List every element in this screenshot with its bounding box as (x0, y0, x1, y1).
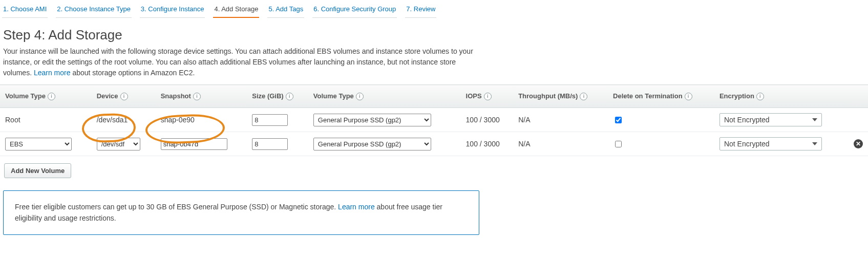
page-title: Step 4: Add Storage (3, 27, 868, 43)
info-icon[interactable]: i (484, 93, 492, 100)
remove-volume-button[interactable]: ✕ (854, 139, 863, 148)
row-device: /dev/sda1 (92, 108, 156, 132)
size-input[interactable] (252, 114, 288, 126)
desc-text-2: about storage options in Amazon EC2. (71, 69, 195, 77)
storage-table: Volume Typei Devicei Snapshoti Size (GiB… (0, 84, 868, 156)
ebs-type-select[interactable]: EBS (5, 138, 72, 150)
info-icon[interactable]: i (580, 93, 587, 100)
caret-down-icon (812, 142, 817, 145)
info-icon[interactable]: i (356, 93, 364, 100)
info-icon[interactable]: i (685, 93, 692, 100)
device-select[interactable]: /dev/sdf (97, 138, 140, 150)
encryption-select[interactable]: Not Encrypted (719, 137, 822, 150)
tab-add-storage[interactable]: 4. Add Storage (213, 3, 259, 18)
tab-choose-instance-type[interactable]: 2. Choose Instance Type (56, 3, 132, 18)
tab-configure-instance[interactable]: 3. Configure Instance (140, 3, 205, 18)
col-device: Devicei (92, 85, 156, 108)
info-icon[interactable]: i (756, 93, 764, 100)
table-row: EBS /dev/sdf General Purpose SSD (gp2) 1… (0, 132, 868, 156)
delete-on-termination-checkbox[interactable] (615, 117, 622, 123)
add-new-volume-button[interactable]: Add New Volume (4, 163, 71, 178)
row-throughput: N/A (513, 108, 608, 132)
notice-text-1: Free tier eligible customers can get up … (15, 203, 338, 211)
row-iops: 100 / 3000 (461, 108, 514, 132)
row-throughput: N/A (513, 132, 608, 156)
learn-more-link[interactable]: Learn more (34, 69, 71, 77)
encryption-select[interactable]: Not Encrypted (719, 113, 822, 126)
tab-configure-security-group[interactable]: 6. Configure Security Group (312, 3, 397, 18)
row-label: Root (0, 108, 92, 132)
tab-choose-ami[interactable]: 1. Choose AMI (2, 3, 48, 18)
row-snapshot: snap-0e90 (156, 108, 247, 132)
col-volume-type2: Volume Typei (308, 85, 461, 108)
volume-type-select[interactable]: General Purpose SSD (gp2) (313, 114, 431, 126)
row-iops: 100 / 3000 (461, 132, 514, 156)
col-iops: IOPSi (461, 85, 514, 108)
free-tier-notice: Free tier eligible customers can get up … (3, 190, 479, 235)
wizard-tabs: 1. Choose AMI 2. Choose Instance Type 3.… (0, 0, 868, 18)
learn-more-link[interactable]: Learn more (338, 203, 375, 211)
table-row: Root /dev/sda1 snap-0e90 General Purpose… (0, 108, 868, 132)
info-icon[interactable]: i (286, 93, 293, 100)
col-volume-type: Volume Typei (0, 85, 92, 108)
col-throughput: Throughput (MB/s)i (513, 85, 608, 108)
col-snapshot: Snapshoti (156, 85, 247, 108)
info-icon[interactable]: i (48, 93, 55, 100)
size-input[interactable] (252, 138, 288, 150)
delete-on-termination-checkbox[interactable] (615, 141, 622, 147)
tab-add-tags[interactable]: 5. Add Tags (267, 3, 304, 18)
snapshot-input[interactable] (161, 138, 227, 150)
volume-type-select[interactable]: General Purpose SSD (gp2) (313, 138, 431, 150)
info-icon[interactable]: i (120, 93, 128, 100)
tab-review[interactable]: 7. Review (405, 3, 436, 18)
page-description: Your instance will be launched with the … (3, 46, 479, 78)
caret-down-icon (812, 118, 817, 121)
info-icon[interactable]: i (193, 93, 201, 100)
col-delete: Delete on Terminationi (608, 85, 714, 108)
col-encryption: Encryptioni (714, 85, 849, 108)
col-size: Size (GiB)i (247, 85, 308, 108)
